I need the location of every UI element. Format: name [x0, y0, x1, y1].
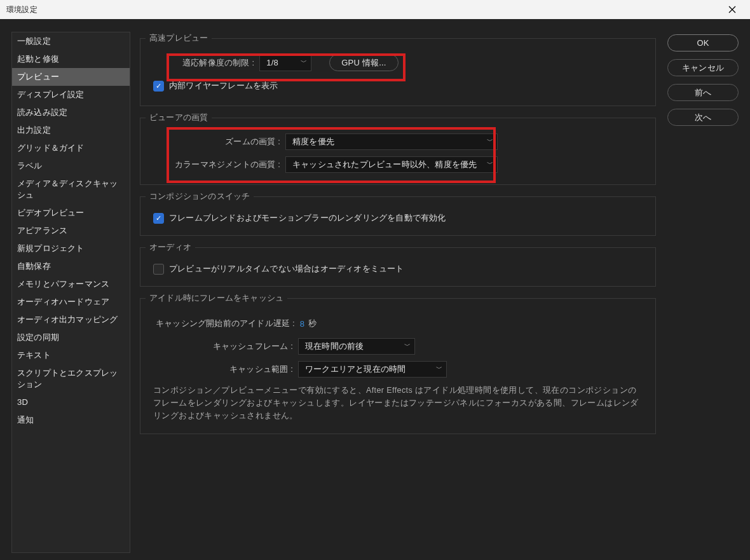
- group-title: 高速プレビュー: [146, 32, 212, 44]
- select-value: ワークエリアと現在の時間: [305, 364, 406, 375]
- sidebar-item-audio-output-mapping[interactable]: オーディオ出力マッピング: [12, 311, 130, 329]
- sidebar-item-notifications[interactable]: 通知: [12, 411, 130, 429]
- sidebar-item-media-disk-cache[interactable]: メディア＆ディスクキャッシュ: [12, 175, 130, 204]
- next-button[interactable]: 次へ: [667, 109, 739, 126]
- sidebar-item-labels[interactable]: ラベル: [12, 157, 130, 175]
- mute-audio-non-realtime-checkbox[interactable]: プレビューがリアルタイムでない場合はオーディオをミュート: [153, 263, 404, 275]
- gpu-info-button[interactable]: GPU 情報...: [329, 54, 398, 71]
- close-button[interactable]: [719, 0, 745, 19]
- select-value: 現在時間の前後: [305, 341, 364, 352]
- auto-frame-blend-motion-blur-checkbox[interactable]: フレームブレンドおよびモーションブラーのレンダリングを自動で有効化: [153, 212, 446, 224]
- sidebar-item-scripting-expressions[interactable]: スクリプトとエクスプレッション: [12, 364, 130, 393]
- cache-range-select[interactable]: ワークエリアと現在の時間 ﹀: [298, 361, 447, 378]
- select-value: 精度を優先: [292, 136, 334, 147]
- select-value: 1/8: [266, 58, 278, 67]
- chevron-down-icon: ﹀: [436, 364, 442, 373]
- idle-delay-label: キャッシング開始前のアイドル遅延 :: [156, 318, 295, 329]
- checkbox-label: フレームブレンドおよびモーションブラーのレンダリングを自動で有効化: [169, 212, 446, 224]
- cancel-button[interactable]: キャンセル: [667, 59, 739, 76]
- sidebar-item-3d[interactable]: 3D: [12, 393, 130, 411]
- sidebar-item-video-preview[interactable]: ビデオプレビュー: [12, 204, 130, 222]
- idle-delay-value[interactable]: 8: [300, 319, 304, 329]
- adaptive-resolution-select[interactable]: 1/8 ﹀: [259, 55, 311, 71]
- sidebar-item-grids-guides[interactable]: グリッド＆ガイド: [12, 139, 130, 157]
- cache-range-label: キャッシュ範囲 :: [153, 364, 293, 375]
- chevron-down-icon: ﹀: [301, 58, 307, 67]
- sidebar-item-general[interactable]: 一般設定: [12, 32, 130, 50]
- idle-delay-unit: 秒: [308, 318, 317, 329]
- group-title: ビューアの画質: [146, 112, 212, 123]
- group-viewer-quality: ビューアの画質 ズームの画質 : 精度を優先 ﹀ カラーマネジメントの画質 : …: [140, 118, 656, 185]
- sidebar-item-sync-settings[interactable]: 設定の同期: [12, 329, 130, 346]
- group-title: アイドル時にフレームをキャッシュ: [146, 292, 287, 304]
- chevron-down-icon: ﹀: [487, 137, 493, 146]
- color-mgmt-quality-label: カラーマネジメントの画質 :: [153, 159, 280, 170]
- sidebar: 一般設定 起動と修復 プレビュー ディスプレイ設定 読み込み設定 出力設定 グリ…: [11, 32, 130, 553]
- window-title: 環境設定: [6, 4, 38, 15]
- group-comp-switches: コンポジションのスイッチ フレームブレンドおよびモーションブラーのレンダリングを…: [140, 196, 656, 236]
- zoom-quality-select[interactable]: 精度を優先 ﹀: [285, 133, 498, 150]
- ok-button[interactable]: OK: [667, 34, 739, 51]
- group-fast-previews: 高速プレビュー 適応解像度の制限 : 1/8 ﹀ GPU 情報... 内部ワイヤ…: [140, 38, 656, 106]
- sidebar-item-auto-save[interactable]: 自動保存: [12, 257, 130, 275]
- sidebar-item-output[interactable]: 出力設定: [12, 121, 130, 139]
- sidebar-item-display[interactable]: ディスプレイ設定: [12, 86, 130, 104]
- checkbox-label: プレビューがリアルタイムでない場合はオーディオをミュート: [169, 263, 404, 275]
- group-audio: オーディオ プレビューがリアルタイムでない場合はオーディオをミュート: [140, 247, 656, 287]
- sidebar-item-memory-performance[interactable]: メモリとパフォーマンス: [12, 275, 130, 293]
- group-cache-frames-idle: アイドル時にフレームをキャッシュ キャッシング開始前のアイドル遅延 : 8 秒 …: [140, 298, 656, 434]
- sidebar-item-audio-hardware[interactable]: オーディオハードウェア: [12, 293, 130, 311]
- checkbox-icon: [153, 81, 164, 92]
- sidebar-item-new-project[interactable]: 新規プロジェクト: [12, 240, 130, 257]
- show-internal-wireframes-checkbox[interactable]: 内部ワイヤーフレームを表示: [153, 80, 278, 92]
- checkbox-label: 内部ワイヤーフレームを表示: [169, 80, 278, 92]
- color-mgmt-quality-select[interactable]: キャッシュされたプレビュー時以外、精度を優先 ﹀: [285, 156, 498, 173]
- previous-button[interactable]: 前へ: [667, 84, 739, 101]
- adaptive-resolution-label: 適応解像度の制限 :: [182, 57, 254, 69]
- checkbox-icon: [153, 213, 164, 224]
- sidebar-item-startup-repair[interactable]: 起動と修復: [12, 50, 130, 68]
- sidebar-item-previews[interactable]: プレビュー: [12, 68, 130, 86]
- checkbox-icon: [153, 264, 164, 275]
- sidebar-item-import[interactable]: 読み込み設定: [12, 104, 130, 121]
- close-icon: [728, 6, 736, 13]
- chevron-down-icon: ﹀: [404, 341, 411, 350]
- sidebar-item-type[interactable]: テキスト: [12, 346, 130, 364]
- group-title: コンポジションのスイッチ: [146, 191, 254, 202]
- idle-cache-description: コンポジション／プレビューメニューで有効にすると、After Effects は…: [153, 384, 643, 422]
- titlebar: 環境設定: [0, 0, 750, 19]
- cache-frames-label: キャッシュフレーム :: [153, 341, 293, 352]
- select-value: キャッシュされたプレビュー時以外、精度を優先: [292, 159, 477, 170]
- cache-frames-select[interactable]: 現在時間の前後 ﹀: [298, 338, 415, 355]
- group-title: オーディオ: [146, 242, 195, 253]
- chevron-down-icon: ﹀: [487, 160, 493, 168]
- sidebar-item-appearance[interactable]: アピアランス: [12, 222, 130, 240]
- zoom-quality-label: ズームの画質 :: [153, 136, 280, 147]
